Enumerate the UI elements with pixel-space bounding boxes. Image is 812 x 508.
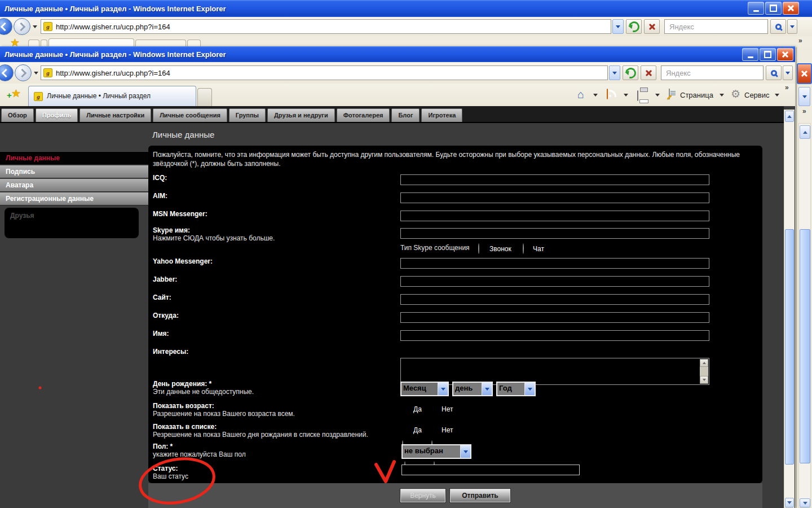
gear-icon[interactable]: ⚙ — [731, 89, 740, 100]
rss-icon[interactable] — [607, 89, 608, 99]
stop-button[interactable] — [641, 65, 656, 80]
browser-tab-active[interactable]: g Личные данные • Личный раздел — [28, 86, 196, 106]
interests-textarea[interactable] — [400, 358, 709, 385]
page-menu-button[interactable]: Страница — [680, 91, 713, 99]
maximize-button[interactable] — [760, 48, 776, 61]
search-field[interactable] — [664, 19, 768, 34]
new-tab-button[interactable] — [197, 88, 212, 106]
url-field[interactable]: g — [41, 65, 608, 80]
jabber-field[interactable] — [400, 276, 709, 287]
scroll-down-button[interactable] — [700, 376, 708, 384]
birthday-year-select[interactable]: Год — [496, 382, 536, 396]
close-button[interactable] — [777, 48, 793, 61]
msn-field[interactable] — [400, 211, 709, 221]
back-button[interactable] — [0, 64, 14, 81]
sidebar-item-profile-info[interactable]: Личные данные — [0, 151, 148, 165]
minimize-button[interactable] — [748, 2, 764, 15]
scroll-down-button[interactable] — [785, 498, 794, 507]
search-field[interactable] — [661, 65, 764, 80]
print-dropdown[interactable] — [655, 94, 660, 97]
yahoo-field[interactable] — [400, 258, 709, 269]
scrollbar[interactable] — [784, 110, 795, 508]
url-dropdown-button[interactable] — [612, 19, 624, 34]
close-button[interactable] — [783, 2, 799, 15]
scroll-up-button[interactable] — [700, 359, 708, 367]
print-icon[interactable] — [637, 90, 638, 101]
page-icon[interactable] — [669, 89, 670, 99]
refresh-button[interactable] — [626, 19, 642, 34]
stop-button[interactable] — [644, 19, 660, 34]
page-menu-dropdown[interactable] — [720, 94, 724, 97]
sidebar-item-avatar[interactable]: Аватара — [0, 178, 148, 192]
scrollbar[interactable] — [798, 123, 811, 508]
nav-tab-photo-gallery[interactable]: Фотогалерея — [337, 108, 390, 122]
icq-field[interactable] — [400, 174, 709, 185]
history-dropdown[interactable] — [33, 25, 37, 28]
scrollbar-thumb[interactable] — [800, 229, 810, 463]
select-arrow-button[interactable] — [438, 383, 448, 395]
home-icon[interactable]: ⌂ — [577, 89, 584, 100]
home-dropdown[interactable] — [593, 94, 598, 97]
rss-dropdown[interactable] — [624, 94, 628, 97]
front-window-titlebar[interactable]: Личные данные • Личный раздел - Windows … — [0, 46, 795, 62]
select-arrow-button[interactable] — [482, 383, 492, 395]
tools-menu-dropdown[interactable] — [775, 94, 779, 97]
textarea-scrollbar[interactable] — [700, 359, 708, 384]
toolbar-overflow-chevron[interactable]: » — [798, 37, 802, 45]
nav-tab-profile[interactable]: Профиль — [36, 108, 78, 122]
nav-tab-personal-settings[interactable]: Личные настройки — [80, 108, 151, 122]
tools-menu-button[interactable]: Сервис — [744, 91, 770, 99]
back-button[interactable] — [0, 18, 12, 35]
search-options-button[interactable] — [787, 19, 797, 34]
select-arrow-button[interactable] — [524, 383, 535, 395]
nav-tab-friends-foes[interactable]: Друзья и недруги — [267, 108, 335, 122]
scroll-up-button[interactable] — [785, 111, 794, 122]
url-input[interactable] — [56, 66, 605, 80]
skype-sublabel[interactable]: Нажмите СЮДА чтобы узнать больше. — [153, 234, 275, 242]
maximize-button[interactable] — [765, 2, 782, 15]
url-dropdown-button[interactable] — [609, 65, 620, 80]
scroll-up-button[interactable] — [800, 125, 810, 139]
scrollbar-thumb[interactable] — [785, 229, 794, 465]
nav-tab-groups[interactable]: Группы — [229, 108, 266, 122]
birthday-month-select[interactable]: Месяц — [400, 382, 449, 396]
sidebar-item-registration-data[interactable]: Регистрационные данные — [0, 192, 148, 205]
history-dropdown[interactable] — [34, 72, 38, 75]
select-arrow-button[interactable] — [460, 445, 470, 458]
search-go-button[interactable] — [766, 65, 782, 80]
status-field[interactable] — [401, 465, 580, 475]
scroll-down-button[interactable] — [800, 498, 810, 507]
location-field[interactable] — [400, 312, 709, 323]
back-window-titlebar[interactable]: Личные данные • Личный раздел - Windows … — [0, 0, 812, 17]
url-field[interactable]: g — [41, 19, 611, 34]
nav-tab-blog[interactable]: Блог — [391, 108, 420, 122]
forward-button[interactable] — [15, 64, 32, 81]
reset-button[interactable]: Вернуть — [400, 489, 445, 502]
skype-field[interactable] — [400, 228, 709, 239]
nav-tab-overview[interactable]: Обзор — [1, 108, 34, 122]
toolbar-overflow-chevron[interactable]: » — [802, 107, 806, 115]
nav-tab-private-messages[interactable]: Личные сообщения — [153, 108, 227, 122]
close-button[interactable] — [797, 63, 812, 84]
submit-button[interactable]: Отправить — [450, 489, 510, 502]
add-favorite-plus-icon[interactable]: + — [7, 90, 12, 100]
minimize-button[interactable] — [742, 48, 758, 61]
add-favorite-star-icon[interactable]: ★ — [11, 88, 21, 99]
sidebar-item-signature[interactable]: Подпись — [0, 165, 148, 178]
search-options-button[interactable] — [783, 65, 793, 80]
aim-field[interactable] — [400, 192, 709, 203]
search-options-button[interactable] — [798, 87, 810, 106]
realname-field[interactable] — [400, 330, 709, 341]
gender-select[interactable]: не выбран — [401, 444, 471, 459]
birthday-day-select[interactable]: день — [452, 382, 493, 396]
website-field[interactable] — [400, 294, 709, 305]
search-input[interactable] — [666, 66, 761, 80]
search-go-button[interactable] — [770, 19, 786, 34]
nav-tab-games[interactable]: Игротека — [421, 108, 462, 122]
url-input[interactable] — [56, 20, 608, 33]
search-input[interactable] — [669, 20, 765, 33]
forward-button[interactable] — [14, 18, 30, 35]
toolbar-overflow-chevron[interactable]: » — [785, 84, 788, 91]
skype-call-radio[interactable] — [478, 243, 479, 254]
skype-chat-radio[interactable] — [523, 243, 524, 254]
